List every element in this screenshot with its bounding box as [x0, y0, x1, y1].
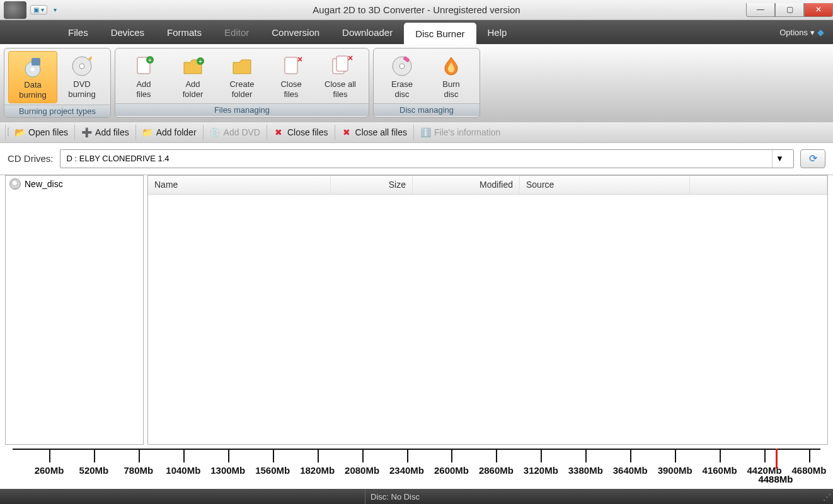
ruler-tick-label: 1300Mb: [210, 465, 245, 476]
close-files-button[interactable]: × Close files: [267, 51, 316, 102]
quick-access-dropdown-2[interactable]: ▾: [51, 6, 59, 14]
drive-selected-value: D : ELBY CLONEDRIVE 1.4: [67, 154, 169, 163]
used-marker-label: 4488Mb: [758, 474, 793, 484]
ruler-tick: [451, 449, 452, 462]
col-modified[interactable]: Modified: [413, 176, 520, 194]
ruler-tick-label: 1560Mb: [255, 465, 290, 476]
menu-downloader[interactable]: Downloader: [331, 20, 404, 44]
col-name[interactable]: Name: [148, 176, 331, 194]
chevron-down-icon: ▼: [772, 150, 787, 168]
ruler-tick-label: 2860Mb: [479, 465, 514, 476]
erase-disc-button[interactable]: Erase disc: [377, 51, 427, 102]
ruler-tick: [183, 449, 185, 462]
ruler-tick-label: 1820Mb: [300, 465, 335, 476]
add-dvd-toolbtn[interactable]: 💿 Add DVD: [204, 125, 267, 140]
menu-options[interactable]: Options: [779, 28, 808, 37]
label: disc: [444, 90, 458, 99]
open-files-toolbtn[interactable]: 📂 Open files: [5, 125, 75, 140]
disc-tree-panel: New_disc: [5, 175, 144, 445]
ruler-tick: [318, 449, 319, 462]
statusbar: Disc: No Disc ⋰: [0, 489, 833, 504]
file-list-panel: Name Size Modified Source: [147, 175, 828, 445]
add-folder-toolbtn[interactable]: 📁 Add folder: [136, 125, 204, 140]
label: Data: [24, 81, 41, 89]
ruler-tick-label: 3380Mb: [568, 465, 603, 476]
help-diamond-icon[interactable]: ◆: [817, 27, 824, 37]
disc-icon: [9, 178, 21, 190]
minimize-button[interactable]: —: [746, 3, 775, 17]
label: burning: [19, 91, 46, 100]
menu-conversion[interactable]: Conversion: [260, 20, 331, 44]
files-information-toolbtn[interactable]: ℹ️ File's information: [414, 125, 507, 140]
label: files: [333, 90, 347, 99]
label: Add folder: [156, 127, 197, 137]
label: folder: [183, 90, 204, 99]
add-files-button[interactable]: + Add files: [119, 51, 168, 102]
col-spacer: [690, 176, 827, 194]
quick-access-dropdown[interactable]: ▣ ▾: [30, 5, 47, 14]
info-icon: ℹ️: [420, 127, 430, 137]
ruler-tick-label: 780Mb: [124, 465, 154, 476]
svg-text:×: ×: [348, 54, 353, 63]
menu-disc-burner[interactable]: Disc Burner: [404, 23, 476, 44]
ruler-tick: [49, 449, 50, 462]
maximize-button[interactable]: ▢: [775, 3, 804, 17]
drive-label: CD Drives:: [8, 153, 54, 164]
ribbon-group-disc-managing: Erase disc Burn disc Disc managing: [373, 48, 480, 118]
close-files-toolbtn[interactable]: ✖ Close files: [267, 125, 335, 140]
drive-select[interactable]: D : ELBY CLONEDRIVE 1.4 ▼: [60, 149, 794, 168]
close-all-files-toolbtn[interactable]: ✖ Close all files: [335, 125, 414, 140]
close-all-files-button[interactable]: × Close all files: [316, 51, 365, 102]
add-files-toolbtn[interactable]: ➕ Add files: [75, 125, 136, 140]
menu-formats[interactable]: Formats: [156, 20, 213, 44]
column-headers: Name Size Modified Source: [148, 176, 827, 195]
svg-point-16: [399, 64, 405, 69]
add-folder-button[interactable]: + Add folder: [168, 51, 217, 102]
status-segment-left: [0, 489, 365, 504]
label: disc: [394, 90, 409, 99]
label: Add: [185, 80, 200, 89]
ruler-tick: [630, 449, 631, 462]
data-burning-icon: [20, 54, 45, 79]
svg-rect-1: [32, 58, 40, 66]
ruler-tick: [720, 449, 721, 462]
add-dvd-icon: 💿: [210, 127, 220, 137]
menu-help[interactable]: Help: [476, 20, 519, 44]
menu-files[interactable]: Files: [57, 20, 100, 44]
ruler-tick-label: 3640Mb: [613, 465, 648, 476]
burn-disc-button[interactable]: Burn disc: [427, 51, 476, 102]
create-folder-button[interactable]: Create folder: [217, 51, 267, 102]
ruler-tick: [362, 449, 364, 462]
ruler-tick: [496, 449, 497, 462]
ruler-tick-label: 520Mb: [79, 465, 109, 476]
file-list-area[interactable]: [148, 195, 827, 444]
data-burning-button[interactable]: Data burning: [8, 51, 57, 103]
close-files-icon: ×: [279, 54, 304, 79]
ruler-tick-label: 3120Mb: [524, 465, 558, 476]
svg-point-4: [79, 64, 84, 69]
dvd-burning-button[interactable]: DVD burning: [57, 51, 106, 103]
ribbon-group-label: Burning project types: [4, 105, 110, 117]
dvd-burning-icon: [69, 54, 95, 79]
svg-text:×: ×: [297, 54, 302, 64]
ruler-tick: [139, 449, 140, 462]
col-size[interactable]: Size: [331, 176, 413, 194]
ribbon-group-files-managing: + Add files + Add folder Create: [115, 48, 369, 118]
ruler-tick: [764, 449, 766, 462]
menu-devices[interactable]: Devices: [100, 20, 156, 44]
label: Close all: [325, 80, 356, 89]
menu-editor[interactable]: Editor: [213, 20, 260, 44]
refresh-button[interactable]: ⟳: [800, 149, 825, 168]
ruler-tick-label: 2080Mb: [345, 465, 379, 476]
tree-root-item[interactable]: New_disc: [9, 178, 139, 190]
resize-grip-icon[interactable]: ⋰: [823, 492, 833, 501]
ribbon-group-burning-types: Data burning DVD burning Burning project…: [4, 48, 111, 118]
add-files-icon: +: [131, 54, 156, 79]
close-files-icon: ✖: [273, 127, 284, 137]
label: Open files: [28, 127, 68, 137]
ribbon-group-label: Files managing: [115, 103, 369, 116]
ruler-tick: [228, 449, 229, 462]
col-source[interactable]: Source: [520, 176, 690, 194]
close-button[interactable]: ✕: [804, 3, 833, 17]
label: folder: [232, 90, 253, 99]
